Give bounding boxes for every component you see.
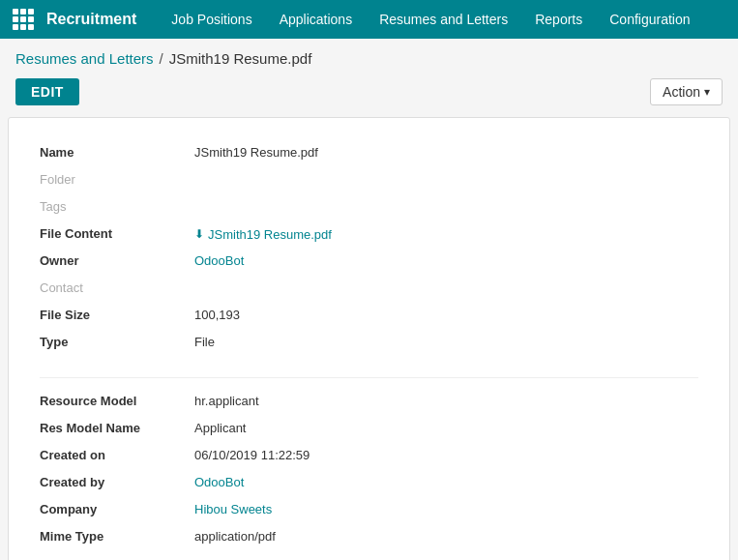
breadcrumb-separator: / bbox=[160, 50, 163, 67]
grid-icon bbox=[13, 9, 34, 30]
field-folder: Folder bbox=[40, 168, 698, 195]
breadcrumb: Resumes and Letters / JSmith19 Resume.pd… bbox=[0, 39, 738, 74]
field-label-created-by: Created by bbox=[40, 475, 194, 489]
field-type: Type File bbox=[40, 331, 698, 358]
field-label-folder: Folder bbox=[40, 172, 194, 187]
field-value-owner-link[interactable]: OdooBot bbox=[194, 253, 244, 268]
field-label-tags: Tags bbox=[40, 199, 194, 214]
edit-button[interactable]: EDIT bbox=[15, 78, 79, 105]
field-label-created-on: Created on bbox=[40, 448, 194, 462]
action-button[interactable]: Action bbox=[650, 78, 723, 105]
field-file-content: File Content ⬇ JSmith19 Resume.pdf bbox=[40, 222, 698, 250]
navbar-item-resumes-and-letters[interactable]: Resumes and Letters bbox=[368, 6, 519, 33]
field-created-by: Created by OdooBot bbox=[40, 471, 698, 498]
field-label-contact: Contact bbox=[40, 280, 194, 295]
field-label-file-size: File Size bbox=[40, 308, 194, 322]
field-label-resource-model: Resource Model bbox=[40, 394, 194, 408]
navbar-item-applications[interactable]: Applications bbox=[268, 6, 365, 33]
field-owner: Owner OdooBot bbox=[40, 250, 698, 277]
content-card: Name JSmith19 Resume.pdf Folder Tags Fil… bbox=[8, 117, 730, 560]
field-value-mime-type: application/pdf bbox=[194, 529, 276, 544]
form-section-2: Resource Model hr.applicant Res Model Na… bbox=[40, 390, 698, 552]
field-created-on: Created on 06/10/2019 11:22:59 bbox=[40, 444, 698, 471]
field-value-company-link[interactable]: Hibou Sweets bbox=[194, 502, 272, 516]
field-value-file-content-link[interactable]: ⬇ JSmith19 Resume.pdf bbox=[194, 227, 332, 242]
field-file-size: File Size 100,193 bbox=[40, 304, 698, 331]
field-tags: Tags bbox=[40, 195, 698, 222]
grid-menu-button[interactable] bbox=[8, 4, 39, 35]
field-mime-type: Mime Type application/pdf bbox=[40, 525, 698, 552]
navbar-item-reports[interactable]: Reports bbox=[523, 6, 594, 33]
navbar-item-job-positions[interactable]: Job Positions bbox=[160, 6, 263, 33]
field-label-name: Name bbox=[40, 145, 194, 160]
field-res-model-name: Res Model Name Applicant bbox=[40, 417, 698, 444]
field-value-type: File bbox=[194, 335, 215, 349]
field-label-company: Company bbox=[40, 502, 194, 516]
field-label-type: Type bbox=[40, 335, 194, 349]
navbar: Recruitment Job Positions Applications R… bbox=[0, 0, 738, 39]
field-contact: Contact bbox=[40, 277, 698, 304]
breadcrumb-parent-link[interactable]: Resumes and Letters bbox=[15, 50, 154, 67]
field-label-mime-type: Mime Type bbox=[40, 529, 194, 544]
app-title: Recruitment bbox=[46, 11, 136, 28]
field-value-created-by-link[interactable]: OdooBot bbox=[194, 475, 244, 489]
toolbar: EDIT Action bbox=[0, 74, 738, 117]
field-company: Company Hibou Sweets bbox=[40, 498, 698, 525]
field-label-file-content: File Content bbox=[40, 226, 194, 241]
field-value-file-size: 100,193 bbox=[194, 308, 240, 322]
field-value-res-model-name: Applicant bbox=[194, 421, 246, 435]
navbar-item-configuration[interactable]: Configuration bbox=[598, 6, 701, 33]
file-content-filename: JSmith19 Resume.pdf bbox=[208, 227, 332, 242]
download-icon: ⬇ bbox=[194, 227, 204, 241]
field-value-name: JSmith19 Resume.pdf bbox=[194, 145, 318, 160]
field-value-created-on: 06/10/2019 11:22:59 bbox=[194, 448, 310, 462]
field-name: Name JSmith19 Resume.pdf bbox=[40, 141, 698, 168]
field-label-owner: Owner bbox=[40, 253, 194, 268]
breadcrumb-current: JSmith19 Resume.pdf bbox=[169, 50, 312, 67]
navbar-menu: Job Positions Applications Resumes and L… bbox=[160, 6, 730, 33]
section-divider bbox=[40, 377, 698, 378]
field-label-res-model-name: Res Model Name bbox=[40, 421, 194, 435]
field-value-resource-model: hr.applicant bbox=[194, 394, 259, 408]
form-section-1: Name JSmith19 Resume.pdf Folder Tags Fil… bbox=[40, 141, 698, 358]
field-resource-model: Resource Model hr.applicant bbox=[40, 390, 698, 417]
